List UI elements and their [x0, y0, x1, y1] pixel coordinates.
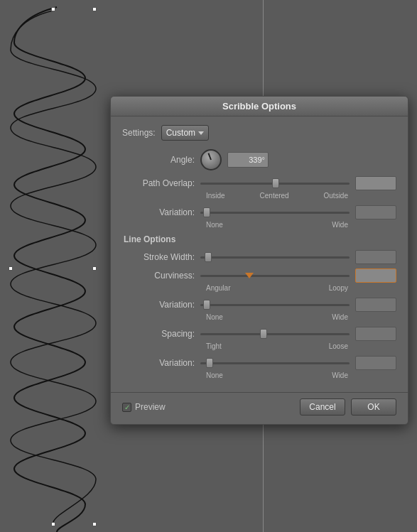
spacing-row: Spacing: 0.68 in	[122, 327, 396, 341]
curviness-variation-input[interactable]: 0%	[355, 298, 396, 312]
selection-handle-tl[interactable]	[51, 7, 55, 11]
angle-dial[interactable]	[200, 149, 222, 170]
preview-label: Preview	[135, 402, 166, 412]
selection-handle-bl[interactable]	[51, 522, 55, 526]
spacing-variation-sub-none: None	[206, 371, 223, 379]
path-overlap-input[interactable]: 0 in	[355, 176, 396, 190]
path-variation-row: Variation: 0 in	[122, 205, 396, 219]
ok-button[interactable]: OK	[351, 398, 396, 416]
spacing-sub-loose: Loose	[329, 342, 348, 350]
line-options-header: Line Options	[122, 234, 396, 244]
curviness-variation-sub-wide: Wide	[332, 313, 348, 321]
path-variation-label: Variation:	[122, 207, 200, 217]
spacing-input[interactable]: 0.68 in	[355, 327, 396, 341]
path-overlap-sub-centered: Centered	[260, 192, 289, 200]
curviness-variation-row: Variation: 0%	[122, 298, 396, 312]
scribble-drawing	[0, 0, 114, 532]
curviness-input[interactable]: 33%	[355, 268, 396, 283]
curviness-variation-sublabels: None Wide	[122, 313, 396, 321]
angle-value-text: 339°	[249, 156, 265, 164]
path-overlap-label: Path Overlap:	[122, 178, 200, 188]
selection-handle-mr[interactable]	[92, 266, 97, 271]
spacing-variation-label: Variation:	[122, 358, 200, 368]
spacing-variation-sub-wide: Wide	[332, 371, 348, 379]
path-overlap-slider[interactable]	[200, 178, 350, 189]
selection-handle-ml[interactable]	[9, 266, 13, 271]
curviness-row: Curviness: 33%	[122, 268, 396, 283]
dialog-footer: ✓ Preview Cancel OK	[111, 392, 408, 424]
path-overlap-sublabels: Inside Centered Outside	[122, 192, 396, 200]
canvas-background: Scribble Options Settings: Custom Angle:…	[0, 0, 417, 532]
selection-handle-br[interactable]	[92, 522, 97, 526]
path-overlap-sub-outside: Outside	[324, 192, 348, 200]
curviness-sub-angular: Angular	[206, 284, 230, 292]
dropdown-arrow-icon	[198, 131, 204, 135]
cancel-button[interactable]: Cancel	[300, 398, 345, 416]
curviness-thumb[interactable]	[245, 273, 254, 278]
stroke-width-row: Stroke Width: 0.04 in	[122, 250, 396, 264]
spacing-variation-slider[interactable]	[200, 357, 350, 369]
stroke-width-input[interactable]: 0.04 in	[355, 250, 396, 264]
path-variation-input[interactable]: 0 in	[355, 205, 396, 219]
settings-value: Custom	[166, 128, 195, 138]
stroke-width-slider[interactable]	[200, 251, 350, 263]
curviness-sub-loopy: Loopy	[329, 284, 348, 292]
dialog-title: Scribble Options	[222, 101, 296, 112]
stroke-width-thumb[interactable]	[205, 252, 212, 262]
stroke-width-label: Stroke Width:	[122, 252, 200, 262]
curviness-label: Curviness:	[122, 271, 200, 281]
spacing-variation-row: Variation: 0.01 in	[122, 356, 396, 370]
spacing-variation-sublabels: None Wide	[122, 371, 396, 379]
dialog-titlebar: Scribble Options	[111, 97, 408, 116]
scribble-options-dialog: Scribble Options Settings: Custom Angle:…	[110, 96, 408, 425]
angle-row: Angle: 339°	[122, 149, 396, 170]
curviness-variation-sub-none: None	[206, 313, 223, 321]
spacing-variation-input[interactable]: 0.01 in	[355, 356, 396, 370]
path-overlap-sub-inside: Inside	[206, 192, 225, 200]
dialog-body: Settings: Custom Angle: 339° Path Overla…	[111, 116, 408, 392]
settings-label: Settings:	[122, 128, 156, 138]
preview-checkbox[interactable]: ✓	[122, 403, 131, 412]
path-variation-sublabels: None Wide	[122, 221, 396, 229]
path-variation-thumb[interactable]	[203, 207, 210, 217]
path-overlap-thumb[interactable]	[272, 178, 279, 188]
spacing-sublabels: Tight Loose	[122, 342, 396, 350]
path-variation-sub-wide: Wide	[332, 221, 348, 229]
spacing-slider[interactable]	[200, 328, 350, 340]
path-variation-sub-none: None	[206, 221, 223, 229]
curviness-variation-thumb[interactable]	[203, 300, 210, 310]
settings-dropdown[interactable]: Custom	[161, 125, 209, 141]
spacing-thumb[interactable]	[260, 329, 267, 339]
settings-row: Settings: Custom	[122, 125, 396, 141]
selection-handle-tr[interactable]	[92, 7, 97, 11]
curviness-sublabels: Angular Loopy	[122, 284, 396, 292]
spacing-sub-tight: Tight	[206, 342, 222, 350]
spacing-variation-thumb[interactable]	[206, 358, 213, 368]
angle-dial-indicator	[207, 153, 211, 160]
curviness-variation-label: Variation:	[122, 300, 200, 310]
curviness-slider[interactable]	[200, 270, 350, 281]
path-overlap-row: Path Overlap: 0 in	[122, 176, 396, 190]
curviness-variation-slider[interactable]	[200, 299, 350, 310]
angle-value-display: 339°	[227, 152, 269, 168]
preview-checkbox-container[interactable]: ✓ Preview	[122, 402, 166, 412]
path-variation-slider[interactable]	[200, 207, 350, 218]
spacing-label: Spacing:	[122, 329, 200, 339]
angle-label: Angle:	[122, 155, 200, 165]
